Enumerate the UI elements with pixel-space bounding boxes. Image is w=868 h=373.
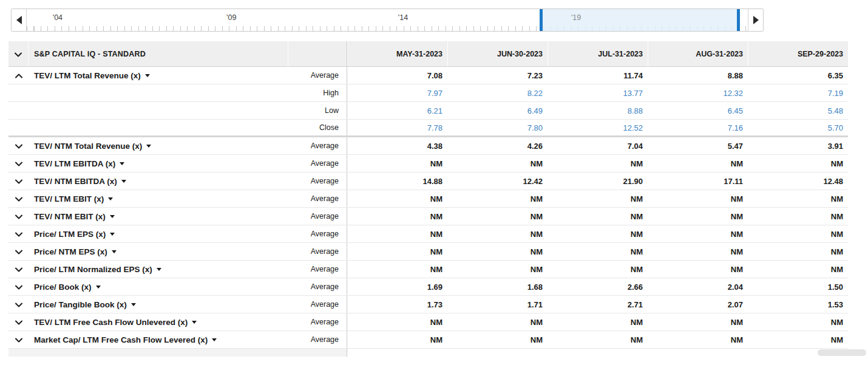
value-cell: 7.04 bbox=[548, 137, 648, 154]
chevron-icon bbox=[15, 281, 22, 292]
metric-dropdown[interactable]: TEV/ NTM Total Revenue (x) bbox=[29, 137, 288, 154]
value-cell: 7.97 bbox=[347, 84, 447, 101]
collapse-all-chevron[interactable] bbox=[8, 41, 29, 66]
value-cell: NM bbox=[648, 243, 748, 260]
value-cell: NM bbox=[548, 243, 648, 260]
metric-dropdown[interactable]: Price/ NTM EPS (x) bbox=[29, 243, 288, 260]
value-cell: NM bbox=[548, 190, 648, 207]
metric-dropdown[interactable]: Price/ Book (x) bbox=[29, 278, 288, 295]
stat-label: Average bbox=[288, 225, 347, 242]
stat-label: Average bbox=[288, 296, 347, 313]
value-cell: 1.53 bbox=[748, 296, 848, 313]
chevron-icon bbox=[15, 70, 22, 81]
metric-label: TEV/ LTM EBITDA (x) bbox=[34, 159, 115, 168]
chevron-icon bbox=[15, 246, 22, 257]
value-cell: NM bbox=[648, 155, 748, 172]
metric-label: Price/ LTM Normalized EPS (x) bbox=[34, 265, 152, 274]
row-expand-chevron[interactable] bbox=[8, 190, 29, 207]
caret-down-icon bbox=[112, 250, 117, 253]
table-header-row: S&P CAPITAL IQ - STANDARD MAY-31-2023JUN… bbox=[8, 41, 848, 67]
metric-dropdown[interactable]: Market Cap/ LTM Free Cash Flow Levered (… bbox=[29, 331, 288, 348]
timeline-slider[interactable]: '04'09'14'19 bbox=[11, 9, 764, 32]
metric-label: TEV/ LTM Total Revenue (x) bbox=[34, 71, 141, 80]
scrollbar-thumb[interactable] bbox=[818, 349, 866, 356]
value-cell: NM bbox=[447, 208, 548, 225]
date-column-header: AUG-31-2023 bbox=[648, 41, 748, 66]
horizontal-scrollbar bbox=[8, 349, 868, 357]
value-cell: NM bbox=[548, 225, 648, 242]
stat-label: Average bbox=[288, 190, 347, 207]
metric-label: Price/ Tangible Book (x) bbox=[34, 300, 127, 309]
value-cell: NM bbox=[748, 190, 848, 207]
table-row: TEV/ NTM EBIT (x) Average NMNMNMNMNM bbox=[8, 208, 848, 225]
value-cell: 2.71 bbox=[548, 296, 648, 313]
value-cell: 14.88 bbox=[347, 173, 447, 190]
caret-down-icon bbox=[157, 268, 161, 271]
metric-label: Price/ LTM EPS (x) bbox=[34, 230, 106, 239]
value-cell: 8.88 bbox=[548, 102, 648, 119]
value-cell: 12.48 bbox=[748, 173, 848, 190]
metric-dropdown[interactable]: TEV/ LTM EBITDA (x) bbox=[29, 155, 288, 172]
timeline-ruler[interactable]: '04'09'14'19 bbox=[27, 9, 748, 31]
value-cell: 8.88 bbox=[648, 67, 748, 84]
value-cell: NM bbox=[447, 261, 548, 278]
metric-label: Market Cap/ LTM Free Cash Flow Levered (… bbox=[34, 335, 208, 344]
timeline-scroll-left-button[interactable] bbox=[12, 9, 27, 31]
timeline-scroll-right-button[interactable] bbox=[748, 9, 763, 31]
value-cell: 12.32 bbox=[648, 84, 748, 101]
metric-dropdown[interactable]: TEV/ LTM Total Revenue (x) bbox=[29, 67, 288, 84]
caret-down-icon bbox=[108, 197, 113, 200]
caret-down-icon bbox=[145, 74, 150, 77]
table-row: TEV/ LTM Free Cash Flow Unlevered (x) Av… bbox=[8, 313, 848, 331]
value-cell: 6.35 bbox=[748, 67, 848, 84]
stat-label: Average bbox=[288, 67, 347, 84]
metric-dropdown[interactable]: TEV/ NTM EBITDA (x) bbox=[29, 173, 288, 190]
value-cell: 5.47 bbox=[648, 137, 748, 154]
timeline-selected-range[interactable] bbox=[540, 9, 740, 31]
row-expand-chevron[interactable] bbox=[8, 137, 29, 154]
row-expand-chevron[interactable] bbox=[8, 278, 29, 295]
row-expand-chevron[interactable] bbox=[8, 313, 29, 330]
timeline-year-label: '19 bbox=[571, 13, 581, 22]
row-expand-chevron[interactable] bbox=[8, 261, 29, 278]
row-expand-chevron[interactable] bbox=[8, 243, 29, 260]
value-cell: NM bbox=[548, 155, 648, 172]
value-cell: NM bbox=[748, 243, 848, 260]
value-cell: 1.71 bbox=[447, 296, 548, 313]
value-cell: NM bbox=[548, 331, 648, 348]
metric-dropdown[interactable]: Price/ Tangible Book (x) bbox=[29, 296, 288, 313]
row-expand-chevron[interactable] bbox=[8, 155, 29, 172]
value-cell: NM bbox=[347, 190, 447, 207]
frozen-pane-footer bbox=[8, 349, 347, 357]
value-cell: 13.77 bbox=[548, 84, 648, 101]
caret-down-icon bbox=[192, 321, 197, 324]
value-cell: NM bbox=[648, 313, 748, 330]
metric-dropdown[interactable]: TEV/ LTM Free Cash Flow Unlevered (x) bbox=[29, 313, 288, 330]
metric-dropdown[interactable]: Price/ LTM EPS (x) bbox=[29, 225, 288, 242]
table-row: Market Cap/ LTM Free Cash Flow Levered (… bbox=[8, 331, 848, 349]
value-cell: 7.08 bbox=[347, 67, 447, 84]
chevron-icon bbox=[15, 158, 22, 169]
row-expand-chevron[interactable] bbox=[8, 225, 29, 242]
metric-dropdown[interactable]: TEV/ NTM EBIT (x) bbox=[29, 208, 288, 225]
row-expand-chevron[interactable] bbox=[8, 296, 29, 313]
metric-dropdown[interactable]: Price/ LTM Normalized EPS (x) bbox=[29, 261, 288, 278]
row-expand-chevron[interactable] bbox=[8, 173, 29, 190]
metric-dropdown[interactable]: TEV/ LTM EBIT (x) bbox=[29, 190, 288, 207]
chevron-icon bbox=[15, 299, 22, 310]
value-cell: NM bbox=[648, 261, 748, 278]
value-cell: NM bbox=[548, 313, 648, 330]
date-column-header: JUN-30-2023 bbox=[447, 41, 548, 66]
value-cell: NM bbox=[347, 208, 447, 225]
row-expand-chevron[interactable] bbox=[8, 67, 29, 84]
value-cell: 6.49 bbox=[447, 102, 548, 119]
row-expand-chevron[interactable] bbox=[8, 331, 29, 348]
stat-label: Average bbox=[288, 313, 347, 330]
value-cell: 7.23 bbox=[447, 67, 548, 84]
value-cell: NM bbox=[447, 155, 548, 172]
date-column-header: JUL-31-2023 bbox=[548, 41, 648, 66]
table-row: Price/ LTM EPS (x) Average NMNMNMNMNM bbox=[8, 225, 848, 243]
row-expand-chevron[interactable] bbox=[8, 208, 29, 225]
table-row: Low 6.216.498.886.455.48 bbox=[8, 102, 848, 120]
value-cell: 1.69 bbox=[347, 278, 447, 295]
